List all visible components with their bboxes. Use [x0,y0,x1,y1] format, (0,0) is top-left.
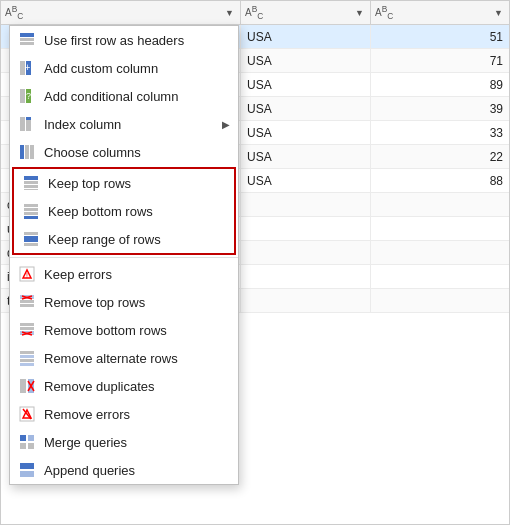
svg-rect-33 [20,323,34,326]
menu-item-label-remove-bottom-rows: Remove bottom rows [44,323,167,338]
svg-rect-11 [26,117,31,120]
menu-item-remove-duplicates[interactable]: Remove duplicates [10,372,238,400]
svg-rect-19 [24,204,38,207]
cell-country [241,289,371,312]
menu-item-append-queries[interactable]: Append queries [10,456,238,484]
conditional-column-icon: ? [18,87,36,105]
country-filter-button[interactable]: ▼ [353,7,366,19]
menu-item-merge-queries[interactable]: Merge queries [10,428,238,456]
menu-item-label-keep-bottom-rows: Keep bottom rows [48,204,153,219]
units-column-header[interactable]: ABC ▼ [371,1,509,24]
svg-rect-6 [20,89,25,103]
cell-country: USA [241,73,371,96]
menu-item-index-column[interactable]: Index column▶ [10,110,238,138]
menu-item-label-keep-top-rows: Keep top rows [48,176,131,191]
cell-country: USA [241,49,371,72]
cell-units [371,217,509,240]
menu-item-remove-alternate-rows[interactable]: Remove alternate rows [10,344,238,372]
cell-country [241,265,371,288]
svg-rect-13 [25,145,29,159]
cell-country [241,241,371,264]
units-type-icon: ABC [375,4,393,21]
menu-item-label-remove-top-rows: Remove top rows [44,295,145,310]
menu-item-keep-top-rows[interactable]: Keep top rows [14,169,234,197]
svg-rect-31 [20,300,34,303]
menu-item-label-add-conditional-column: Add conditional column [44,89,178,104]
cell-country: USA [241,145,371,168]
svg-rect-20 [24,208,38,211]
menu-item-label-remove-duplicates: Remove duplicates [44,379,155,394]
append-icon [18,461,36,479]
remove-bottom-icon [18,321,36,339]
menu-item-keep-errors[interactable]: !Keep errors [10,260,238,288]
table-header: ABC ▼ ABC ▼ ABC ▼ [1,1,509,25]
menu-item-label-add-custom-column: Add custom column [44,61,158,76]
menu-item-remove-bottom-rows[interactable]: Remove bottom rows [10,316,238,344]
submenu-arrow-icon: ▶ [222,119,230,130]
keep-range-icon [22,230,40,248]
svg-text:?: ? [26,91,31,101]
svg-rect-48 [20,435,26,441]
cell-units [371,241,509,264]
keep-errors-icon: ! [18,265,36,283]
cell-units: 71 [371,49,509,72]
cell-units: 39 [371,97,509,120]
cell-units [371,265,509,288]
svg-rect-9 [20,117,25,131]
svg-rect-41 [20,363,34,366]
cell-country [241,193,371,216]
period-type-icon: ABC [5,4,23,21]
menu-item-add-conditional-column[interactable]: ?Add conditional column [10,82,238,110]
svg-rect-40 [20,359,34,362]
svg-rect-52 [20,463,34,469]
cell-units: 88 [371,169,509,192]
main-container: ABC ▼ ABC ▼ ABC ▼ USA51USA71USA89USA39US… [0,0,510,525]
period-filter-button[interactable]: ▼ [223,7,236,19]
period-column-header[interactable]: ABC ▼ [1,1,241,24]
cell-units [371,289,509,312]
svg-rect-23 [24,232,38,235]
svg-rect-12 [20,145,24,159]
menu-item-label-remove-errors: Remove errors [44,407,130,422]
svg-rect-51 [28,443,34,449]
svg-rect-15 [24,176,38,180]
menu-item-add-custom-column[interactable]: +Add custom column [10,54,238,82]
menu-item-keep-bottom-rows[interactable]: Keep bottom rows [14,197,234,225]
country-column-header[interactable]: ABC ▼ [241,1,371,24]
choose-columns-icon [18,143,36,161]
menu-item-use-first-row[interactable]: Use first row as headers [10,26,238,54]
svg-rect-14 [30,145,34,159]
cell-units: 89 [371,73,509,96]
menu-item-label-remove-alternate-rows: Remove alternate rows [44,351,178,366]
menu-item-remove-top-rows[interactable]: Remove top rows [10,288,238,316]
menu-item-label-keep-errors: Keep errors [44,267,112,282]
context-menu: Use first row as headers+Add custom colu… [9,25,239,485]
svg-text:+: + [25,62,31,73]
menu-item-label-append-queries: Append queries [44,463,135,478]
menu-item-choose-columns[interactable]: Choose columns [10,138,238,166]
cell-units: 33 [371,121,509,144]
svg-rect-34 [20,327,34,330]
menu-item-keep-range-of-rows[interactable]: Keep range of rows [14,225,234,253]
units-filter-button[interactable]: ▼ [492,7,505,19]
cell-country: USA [241,121,371,144]
cell-country: USA [241,97,371,120]
cell-country: USA [241,25,371,48]
svg-rect-22 [24,216,38,219]
svg-rect-16 [24,181,38,184]
menu-item-label-use-first-row: Use first row as headers [44,33,184,48]
svg-rect-32 [20,304,34,307]
svg-rect-50 [20,443,26,449]
cell-units [371,193,509,216]
svg-rect-0 [20,33,34,37]
svg-rect-24 [24,236,38,242]
use-first-row-icon [18,31,36,49]
index-column-icon [18,115,36,133]
svg-text:!: ! [26,272,28,279]
menu-item-remove-errors[interactable]: Remove errors [10,400,238,428]
add-column-icon: + [18,59,36,77]
svg-rect-39 [20,355,34,358]
merge-icon [18,433,36,451]
remove-errors-icon [18,405,36,423]
svg-rect-1 [20,38,34,41]
